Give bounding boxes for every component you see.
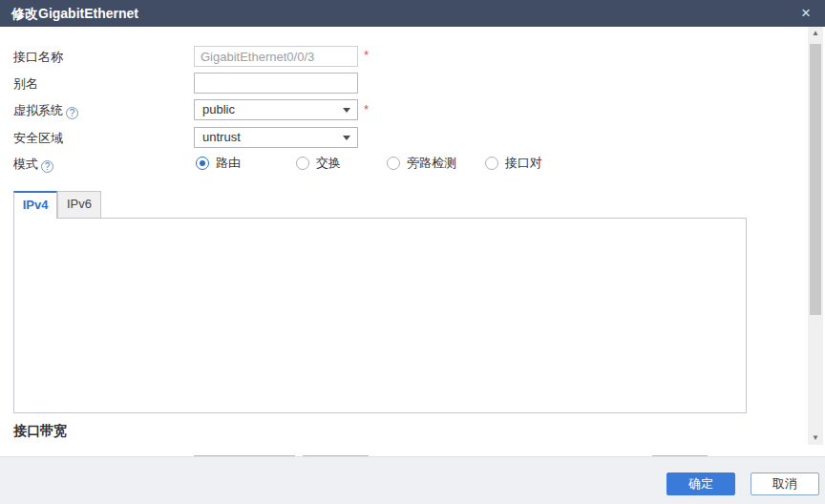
bandwidth-section-title: 接口带宽 xyxy=(13,423,67,440)
alias-input[interactable] xyxy=(194,73,358,94)
mode-radio-switch[interactable]: 交换 xyxy=(296,155,341,172)
radio-icon xyxy=(196,157,209,170)
help-icon[interactable]: ? xyxy=(41,160,53,173)
dialog-footer: 确定 取消 xyxy=(0,456,825,504)
dialog-titlebar: 修改GigabitEthernet × xyxy=(0,0,825,27)
tab-ipv6[interactable]: IPv6 xyxy=(57,191,101,218)
vertical-scrollbar[interactable]: ▲ ▼ xyxy=(808,27,823,445)
interface-name-label: 接口名称 xyxy=(13,49,63,66)
scroll-down-icon[interactable]: ▼ xyxy=(808,431,823,445)
help-icon[interactable]: ? xyxy=(66,107,78,119)
interface-name-required-mark: * xyxy=(364,48,369,62)
virtual-system-value: public xyxy=(202,102,235,116)
chevron-down-icon xyxy=(343,108,350,113)
close-icon[interactable]: × xyxy=(796,4,815,23)
virtual-system-label: 虚拟系统? xyxy=(13,102,78,119)
security-zone-label: 安全区域 xyxy=(13,130,63,147)
radio-icon xyxy=(296,157,309,170)
radio-icon xyxy=(485,157,498,170)
mode-radio-route[interactable]: 路由 xyxy=(196,155,241,172)
edit-interface-dialog: 修改GigabitEthernet × 接口名称 * 别名 虚拟系统? publ… xyxy=(0,0,825,504)
scrollbar-thumb[interactable] xyxy=(810,44,821,315)
tab-ipv4[interactable]: IPv4 xyxy=(13,191,57,219)
radio-icon xyxy=(387,157,400,170)
chevron-down-icon xyxy=(343,136,350,140)
interface-name-input xyxy=(194,46,358,67)
alias-label: 别名 xyxy=(13,75,38,93)
virtual-system-required-mark: * xyxy=(364,102,369,116)
dialog-title: 修改GigabitEthernet xyxy=(11,6,138,23)
ok-button[interactable]: 确定 xyxy=(666,472,735,495)
security-zone-select[interactable]: untrust xyxy=(194,127,358,148)
scroll-up-icon[interactable]: ▲ xyxy=(808,27,823,40)
security-zone-value: untrust xyxy=(202,130,241,144)
virtual-system-select[interactable]: public xyxy=(194,99,358,120)
cancel-button[interactable]: 取消 xyxy=(751,472,819,495)
ipv4-tab-panel xyxy=(13,218,747,413)
mode-radio-bypass[interactable]: 旁路检测 xyxy=(387,155,456,172)
mode-label: 模式? xyxy=(13,156,53,173)
mode-radio-interface-pair[interactable]: 接口对 xyxy=(485,155,542,172)
